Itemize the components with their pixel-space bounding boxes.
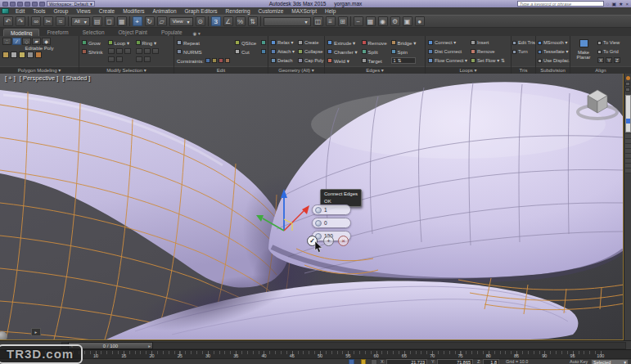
split-button[interactable]: Split <box>362 48 387 55</box>
msmooth-button[interactable]: MSmooth ▾ <box>538 39 568 46</box>
modifier-stack-list[interactable] <box>625 95 631 133</box>
tab-populate[interactable]: Populate <box>155 29 189 36</box>
menu-animation[interactable]: Animation <box>149 8 181 14</box>
panel-label[interactable]: Edges ▾ <box>325 66 425 74</box>
constrain-edge-icon[interactable] <box>205 58 210 63</box>
remove-button[interactable]: Remove <box>362 39 387 46</box>
p-connect-button[interactable]: P Connect ▾ <box>261 48 268 55</box>
use-center-icon[interactable]: ⊙ <box>196 16 205 26</box>
create-button[interactable]: Create <box>298 39 324 46</box>
pinch-field[interactable]: 0 <box>312 218 351 228</box>
community-icon[interactable]: ▣ <box>611 2 616 7</box>
align-z-button[interactable]: Z <box>614 57 620 63</box>
align-y-button[interactable]: Y <box>606 57 612 63</box>
menu-customize[interactable]: Customize <box>255 8 288 14</box>
undo-icon[interactable]: ↶ <box>3 16 13 26</box>
select-by-name-icon[interactable]: ▤ <box>92 16 102 26</box>
help-search-input[interactable] <box>517 1 604 7</box>
element-mode-button[interactable]: ◆ <box>42 38 51 45</box>
shrink-button[interactable]: Shrink <box>82 48 103 55</box>
relax-button[interactable]: Relax ▾ <box>271 39 295 46</box>
scale-icon[interactable]: ▱ <box>157 16 167 26</box>
constrain-none-icon[interactable] <box>225 58 230 63</box>
spin-button[interactable]: Spin <box>391 48 417 55</box>
rotate-icon[interactable]: ↻ <box>145 16 155 26</box>
menu-maxscript[interactable]: MAXScript <box>287 8 321 14</box>
chamfer-button[interactable]: Chamfer ▾ <box>327 48 358 55</box>
edit-tris-button[interactable]: Edit Tris <box>512 39 534 46</box>
save-file-icon[interactable] <box>25 2 30 7</box>
ring-shift-button[interactable] <box>136 56 142 62</box>
spinner-arrows-icon[interactable]: ⇅ <box>501 58 505 63</box>
perspective-viewport[interactable]: [ + ] [ Perspective ] [ Shaded ] Connect… <box>0 74 624 340</box>
align-icon[interactable]: ≡ <box>326 16 336 26</box>
render-setup-icon[interactable]: ⚙ <box>390 16 400 26</box>
tab-freeform[interactable]: Freeform <box>40 29 74 36</box>
panel-label[interactable]: Tris <box>512 66 535 74</box>
x-coordinate-field[interactable]: 21.723 <box>386 359 427 364</box>
tab-modeling[interactable]: Modeling <box>3 29 39 36</box>
polygon-mode-button[interactable]: ▰ <box>32 38 41 45</box>
menu-views[interactable]: Views <box>72 8 94 14</box>
schematic-view-icon[interactable]: ▦ <box>366 16 376 26</box>
ring-dot-button[interactable] <box>152 48 159 54</box>
preset-icon[interactable] <box>27 52 34 58</box>
tab-selection[interactable]: Selection <box>76 29 111 36</box>
material-editor-icon[interactable]: ◉ <box>378 16 388 26</box>
caddy-cancel-button[interactable]: × <box>338 236 349 246</box>
absolute-mode-icon[interactable] <box>371 359 377 364</box>
cut-button[interactable]: Cut <box>235 48 256 55</box>
dist-connect-button[interactable]: Dist Connect <box>428 48 467 55</box>
menu-graph-editors[interactable]: Graph Editors <box>181 8 222 14</box>
menu-modifiers[interactable]: Modifiers <box>119 8 148 14</box>
ring-button[interactable]: Ring ▾ <box>136 39 159 46</box>
menu-create[interactable]: Create <box>95 8 119 14</box>
redo-quick-icon[interactable] <box>39 2 45 7</box>
edge-spinner[interactable]: 1 ⇅ <box>391 57 417 64</box>
menu-tools[interactable]: Tools <box>29 8 49 14</box>
to-view-button[interactable]: To View <box>597 39 620 46</box>
insert-loop-button[interactable]: Insert <box>471 39 505 46</box>
detach-button[interactable]: Detach <box>271 57 295 64</box>
isolate-selection-icon[interactable] <box>349 359 354 364</box>
named-selection-sets-select[interactable]: ▾ <box>264 17 311 26</box>
segments-field[interactable]: 1 <box>312 204 351 215</box>
command-panel-strip[interactable] <box>624 74 631 340</box>
panel-label[interactable]: Subdivision <box>536 66 570 74</box>
angle-snap-icon[interactable]: ∠ <box>223 16 233 26</box>
flow-connect-button[interactable]: Flow Connect ▾ <box>428 57 467 64</box>
connect-button[interactable]: Connect ▾ <box>428 39 467 46</box>
panel-label[interactable]: Loops ▾ <box>426 66 511 74</box>
menu-group[interactable]: Group <box>49 8 72 14</box>
search-icon[interactable]: ◌ <box>606 2 610 7</box>
expand-button[interactable]: ▸ <box>31 328 41 336</box>
set-flow-button[interactable]: Set Flow ▾ ⇅ <box>471 57 505 64</box>
remove-loop-button[interactable]: Remove <box>471 48 505 55</box>
panel-label[interactable]: Polygon Modeling ▾ <box>0 66 79 74</box>
menu-edit[interactable]: Edit <box>11 8 29 14</box>
repeat-button[interactable]: Repeat <box>177 39 230 46</box>
new-scene-icon[interactable] <box>10 2 16 7</box>
selection-filter-select[interactable]: All ▾ <box>71 17 90 26</box>
next-frame-icon[interactable]: ▸ <box>148 344 151 348</box>
selection-lock-icon[interactable] <box>361 359 366 364</box>
ring-mode-button[interactable] <box>144 56 151 62</box>
max-logo-icon[interactable] <box>2 8 9 14</box>
render-icon[interactable]: ● <box>415 16 425 26</box>
weld-button[interactable]: Weld ▾ <box>327 57 358 64</box>
move-icon[interactable]: + <box>133 16 142 26</box>
preset-icon[interactable] <box>11 52 17 58</box>
unlink-icon[interactable]: ✂ <box>43 16 53 26</box>
preset-icon[interactable] <box>35 52 42 58</box>
constrain-normal-icon[interactable] <box>219 58 223 63</box>
viewport-general-menu[interactable]: [ + ] <box>5 74 16 82</box>
window-crossing-icon[interactable]: ▦ <box>117 16 127 26</box>
ring-shrink-button[interactable] <box>144 48 151 54</box>
bind-spacewarp-icon[interactable]: ≈ <box>56 16 65 26</box>
qslice-button[interactable]: QSlice <box>235 39 256 46</box>
reference-coordinate-select[interactable]: View ▾ <box>169 17 193 26</box>
loop-mode-button[interactable] <box>116 56 123 62</box>
tessellate-button[interactable]: Tessellate ▾ <box>538 48 568 55</box>
menu-help[interactable]: Help <box>321 8 340 14</box>
layer-manager-icon[interactable]: ⊞ <box>338 16 348 26</box>
